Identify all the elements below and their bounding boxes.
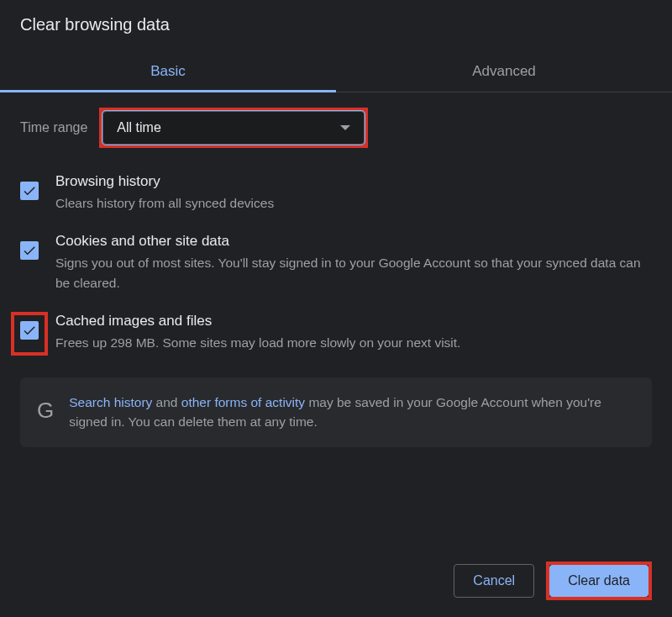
option-title: Cached images and files — [55, 313, 652, 330]
option-text: Cached images and files Frees up 298 MB.… — [55, 313, 652, 352]
option-list: Browsing history Clears history from all… — [0, 163, 672, 362]
button-row: Cancel Clear data — [454, 562, 652, 600]
time-range-row: Time range All time — [0, 92, 672, 163]
time-range-label: Time range — [20, 120, 87, 135]
info-text: Search history and other forms of activi… — [69, 393, 635, 432]
option-title: Browsing history — [55, 173, 652, 190]
chevron-down-icon — [340, 125, 350, 130]
clear-browsing-data-dialog: Clear browsing data Basic Advanced Time … — [0, 0, 672, 617]
tabs: Basic Advanced — [0, 51, 672, 92]
google-icon: G — [37, 398, 54, 424]
option-browsing-history: Browsing history Clears history from all… — [20, 163, 652, 223]
option-text: Cookies and other site data Signs you ou… — [55, 233, 652, 293]
clear-data-button[interactable]: Clear data — [549, 565, 648, 597]
option-cache: Cached images and files Frees up 298 MB.… — [20, 303, 652, 362]
info-text-part1: and — [152, 395, 181, 409]
dialog-title: Clear browsing data — [0, 0, 672, 43]
checkbox-container — [20, 173, 39, 200]
clear-button-highlight: Clear data — [546, 562, 652, 600]
checkmark-icon — [22, 183, 37, 198]
search-history-link[interactable]: Search history — [69, 395, 152, 409]
option-desc: Signs you out of most sites. You'll stay… — [55, 253, 652, 293]
option-desc: Frees up 298 MB. Some sites may load mor… — [55, 333, 652, 352]
checkbox-container — [20, 233, 39, 260]
checkmark-icon — [22, 243, 37, 258]
other-activity-link[interactable]: other forms of activity — [181, 395, 305, 409]
option-title: Cookies and other site data — [55, 233, 652, 250]
cookies-checkbox[interactable] — [20, 241, 39, 260]
time-range-select-highlight: All time — [99, 108, 368, 148]
time-range-value: All time — [117, 120, 160, 135]
option-text: Browsing history Clears history from all… — [55, 173, 652, 213]
checkbox-container — [20, 313, 39, 340]
browsing-history-checkbox[interactable] — [20, 182, 39, 200]
option-desc: Clears history from all synced devices — [55, 193, 652, 213]
cache-checkbox-highlight — [11, 312, 48, 356]
time-range-select[interactable]: All time — [102, 111, 365, 145]
option-cookies: Cookies and other site data Signs you ou… — [20, 223, 652, 303]
cancel-button[interactable]: Cancel — [454, 564, 534, 598]
tab-basic[interactable]: Basic — [0, 51, 336, 92]
tab-advanced[interactable]: Advanced — [336, 51, 672, 92]
google-account-info-box: G Search history and other forms of acti… — [20, 377, 652, 447]
